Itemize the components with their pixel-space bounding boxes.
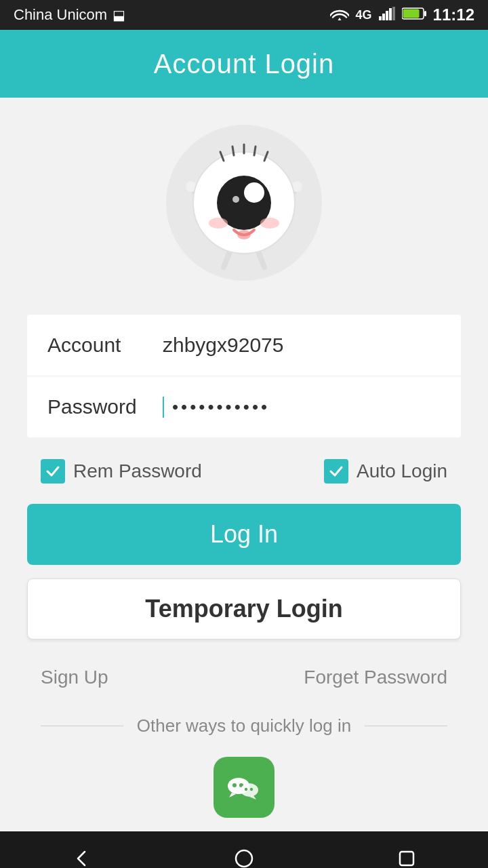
app-header: Account Login (0, 30, 488, 98)
battery-icon (402, 7, 426, 23)
svg-point-30 (245, 788, 247, 791)
status-right: 4G 11:12 (330, 5, 474, 24)
divider-row: Other ways to quickly log in (27, 709, 461, 757)
svg-rect-4 (392, 7, 395, 20)
svg-rect-0 (379, 16, 382, 20)
svg-rect-7 (424, 11, 426, 16)
svg-point-32 (236, 850, 252, 867)
bluetooth-icon: ⬓ (113, 7, 125, 23)
signal-icon (379, 7, 395, 24)
carrier-label: China Unicom (14, 6, 107, 24)
status-bar: China Unicom ⬓ 4G (0, 0, 488, 30)
svg-point-24 (260, 218, 279, 229)
back-button[interactable] (64, 842, 98, 868)
forget-password-link[interactable]: Forget Password (304, 667, 447, 688)
svg-rect-6 (403, 9, 419, 18)
login-form: Account Password (27, 315, 461, 437)
avatar (166, 125, 322, 281)
sign-up-link[interactable]: Sign Up (41, 667, 108, 688)
svg-line-17 (254, 146, 256, 155)
password-label: Password (47, 395, 163, 418)
wifi-icon (330, 6, 349, 24)
links-row: Sign Up Forget Password (27, 660, 461, 709)
login-button[interactable]: Log In (27, 504, 461, 565)
password-input[interactable] (163, 397, 441, 418)
main-content: Account Password Rem Password Auto Login (0, 98, 488, 831)
svg-line-15 (232, 146, 234, 155)
wechat-login-button[interactable] (214, 757, 274, 818)
account-input[interactable] (163, 334, 441, 357)
svg-line-10 (258, 250, 264, 267)
svg-rect-33 (400, 852, 413, 865)
auto-login-label: Auto Login (357, 460, 447, 482)
network-icon: 4G (356, 8, 372, 22)
svg-point-25 (237, 230, 251, 239)
page-title: Account Login (154, 49, 335, 79)
svg-point-22 (232, 196, 239, 203)
auto-login-check-box (324, 459, 348, 484)
password-field-row: Password (27, 376, 461, 437)
divider-text: Other ways to quickly log in (137, 715, 351, 736)
bottom-navigation (0, 831, 488, 868)
divider-left (41, 726, 123, 726)
svg-rect-3 (389, 8, 392, 20)
wechat-icon (224, 767, 264, 808)
svg-point-27 (232, 783, 237, 787)
auto-login-checkbox[interactable]: Auto Login (324, 459, 447, 484)
home-button[interactable] (227, 842, 261, 868)
svg-line-9 (224, 250, 230, 267)
temp-login-button[interactable]: Temporary Login (27, 578, 461, 639)
svg-point-21 (251, 189, 262, 200)
account-field-row: Account (27, 315, 461, 376)
svg-rect-2 (386, 11, 388, 20)
recents-button[interactable] (390, 842, 424, 868)
svg-point-29 (241, 783, 258, 797)
options-row: Rem Password Auto Login (27, 439, 461, 504)
avatar-image (176, 135, 312, 271)
account-label: Account (47, 334, 163, 357)
status-left: China Unicom ⬓ (14, 6, 125, 24)
svg-rect-1 (382, 14, 385, 20)
rem-password-checkbox[interactable]: Rem Password (41, 459, 202, 484)
rem-password-check-box (41, 459, 65, 484)
divider-right (365, 726, 447, 726)
svg-point-31 (250, 788, 253, 791)
rem-password-label: Rem Password (73, 460, 202, 482)
time-label: 11:12 (433, 5, 474, 24)
svg-point-23 (209, 218, 228, 229)
